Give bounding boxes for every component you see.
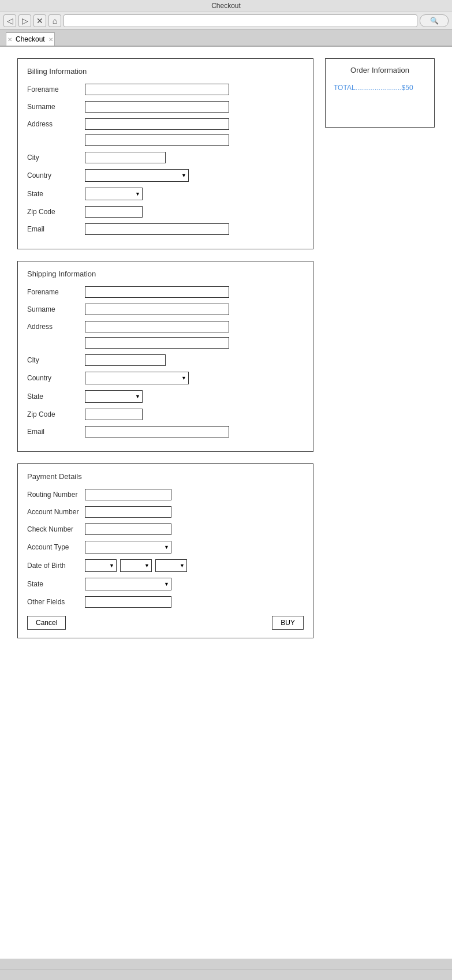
home-button[interactable]: ⌂: [48, 14, 61, 27]
billing-surname-row: Surname: [27, 101, 304, 113]
check-number-input[interactable]: [85, 523, 171, 535]
main-layout: Billing Information Forename Surname Add…: [17, 58, 435, 650]
check-number-row: Check Number: [27, 523, 304, 535]
shipping-address2-input[interactable]: [85, 337, 229, 349]
billing-forename-input[interactable]: [85, 84, 229, 95]
billing-address-label: Address: [27, 120, 85, 128]
shipping-email-row: Email: [27, 426, 304, 437]
tab-bar: Checkout: [0, 30, 452, 47]
billing-zip-row: Zip Code: [27, 206, 304, 218]
shipping-zip-row: Zip Code: [27, 409, 304, 420]
account-number-input[interactable]: [85, 506, 171, 518]
account-number-label: Account Number: [27, 508, 85, 516]
billing-city-row: City: [27, 152, 304, 163]
shipping-country-select[interactable]: [85, 372, 189, 384]
billing-country-row: Country: [27, 169, 304, 182]
checkout-tab[interactable]: Checkout: [6, 32, 55, 46]
routing-input[interactable]: [85, 489, 171, 500]
shipping-country-label: Country: [27, 374, 85, 382]
billing-forename-row: Forename: [27, 84, 304, 95]
dob-month-select[interactable]: [85, 559, 117, 572]
shipping-email-label: Email: [27, 428, 85, 436]
buy-button[interactable]: BUY: [272, 616, 304, 630]
dob-day-select[interactable]: [120, 559, 152, 572]
shipping-email-input[interactable]: [85, 426, 229, 437]
shipping-forename-label: Forename: [27, 288, 85, 296]
shipping-address1-input[interactable]: [85, 321, 229, 332]
right-column: Order Information TOTAL.................…: [325, 58, 435, 128]
payment-section: Payment Details Routing Number Account N…: [17, 463, 313, 638]
left-column: Billing Information Forename Surname Add…: [17, 58, 313, 650]
cancel-button[interactable]: Cancel: [27, 616, 66, 630]
shipping-section: Shipping Information Forename Surname Ad…: [17, 261, 313, 452]
dob-label: Date of Birth: [27, 562, 85, 570]
order-info-title: Order Information: [334, 66, 426, 74]
account-type-label: Account Type: [27, 543, 85, 551]
billing-zip-input[interactable]: [85, 206, 143, 218]
routing-row: Routing Number: [27, 489, 304, 500]
account-number-row: Account Number: [27, 506, 304, 518]
billing-surname-input[interactable]: [85, 101, 229, 113]
account-type-row: Account Type: [27, 541, 304, 553]
billing-forename-label: Forename: [27, 85, 85, 93]
page-title: Checkout: [211, 2, 241, 10]
billing-zip-label: Zip Code: [27, 208, 85, 216]
billing-surname-label: Surname: [27, 103, 85, 111]
order-total-label: TOTAL: [334, 84, 356, 92]
page-content: Billing Information Forename Surname Add…: [0, 47, 452, 959]
payment-state-select-wrapper: [85, 578, 171, 590]
billing-state-row: State: [27, 188, 304, 200]
account-type-select-wrapper: [85, 541, 171, 553]
shipping-state-select-wrapper: [85, 390, 143, 403]
check-number-label: Check Number: [27, 525, 85, 533]
billing-email-input[interactable]: [85, 223, 229, 235]
shipping-forename-row: Forename: [27, 286, 304, 298]
shipping-surname-label: Surname: [27, 305, 85, 313]
billing-city-label: City: [27, 154, 85, 162]
payment-state-select[interactable]: [85, 578, 171, 590]
shipping-forename-input[interactable]: [85, 286, 229, 298]
order-total-dots: ........................: [356, 84, 402, 92]
dob-row: Date of Birth: [27, 559, 304, 572]
payment-state-row: State: [27, 578, 304, 590]
search-button[interactable]: 🔍: [420, 14, 449, 27]
shipping-state-select[interactable]: [85, 390, 143, 403]
billing-country-select[interactable]: [85, 169, 189, 182]
routing-label: Routing Number: [27, 491, 85, 499]
title-bar: Checkout: [0, 0, 452, 12]
billing-section-title: Billing Information: [27, 67, 304, 76]
dob-year-wrapper: [155, 559, 187, 572]
billing-address-row: Address: [27, 118, 304, 130]
shipping-address2-row: [27, 337, 304, 349]
billing-country-select-wrapper: [85, 169, 189, 182]
payment-state-label: State: [27, 580, 85, 588]
dob-year-select[interactable]: [155, 559, 187, 572]
shipping-address-label: Address: [27, 323, 85, 331]
payment-section-title: Payment Details: [27, 472, 304, 481]
billing-state-select-wrapper: [85, 188, 143, 200]
shipping-zip-label: Zip Code: [27, 410, 85, 418]
order-total: TOTAL........................$50: [334, 84, 426, 92]
billing-section: Billing Information Forename Surname Add…: [17, 58, 313, 249]
shipping-city-row: City: [27, 354, 304, 366]
address-bar-input[interactable]: [63, 14, 417, 27]
billing-address2-row: [27, 134, 304, 146]
button-row: Cancel BUY: [27, 616, 304, 630]
back-button[interactable]: ◁: [3, 14, 16, 27]
billing-address1-input[interactable]: [85, 118, 229, 130]
shipping-city-input[interactable]: [85, 354, 166, 366]
billing-city-input[interactable]: [85, 152, 166, 163]
close-button[interactable]: ✕: [33, 14, 46, 27]
nav-bar: ◁ ▷ ✕ ⌂ 🔍: [0, 12, 452, 29]
account-type-select[interactable]: [85, 541, 171, 553]
shipping-zip-input[interactable]: [85, 409, 143, 420]
billing-address2-input[interactable]: [85, 134, 229, 146]
forward-button[interactable]: ▷: [18, 14, 31, 27]
browser-chrome: Checkout ◁ ▷ ✕ ⌂ 🔍: [0, 0, 452, 30]
other-fields-label: Other Fields: [27, 598, 85, 606]
billing-country-label: Country: [27, 171, 85, 179]
dob-month-wrapper: [85, 559, 117, 572]
other-fields-input[interactable]: [85, 596, 171, 608]
billing-state-select[interactable]: [85, 188, 143, 200]
shipping-surname-input[interactable]: [85, 304, 229, 315]
